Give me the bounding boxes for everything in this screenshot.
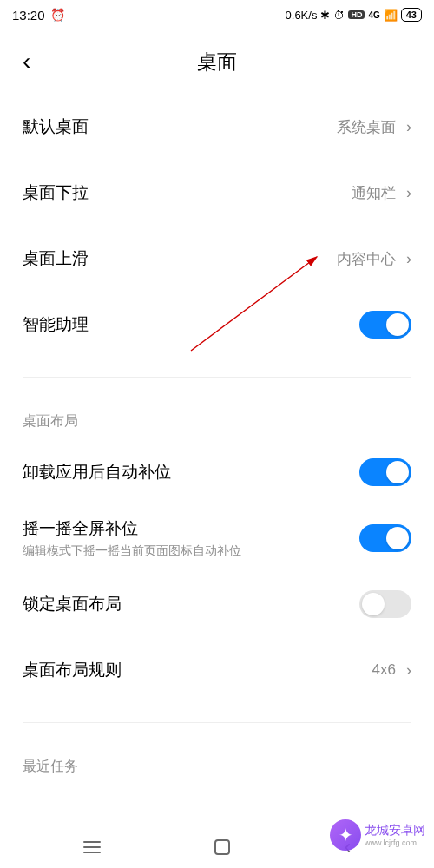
alarm-icon: ⏱ xyxy=(333,9,345,22)
battery-level: 43 xyxy=(401,8,422,22)
header: ‹ 桌面 xyxy=(0,30,434,94)
section-header-recent: 最近任务 xyxy=(23,733,411,785)
chevron-right-icon: › xyxy=(406,661,411,680)
status-bar: 13:20 ⏰ 0.6K/s ✱ ⏱ HD 4G 📶 43 xyxy=(0,0,434,30)
row-label: 摇一摇全屏补位 xyxy=(23,517,241,540)
page-title: 桌面 xyxy=(197,49,237,76)
row-label: 智能助理 xyxy=(23,313,89,336)
chevron-right-icon: › xyxy=(406,250,411,268)
divider xyxy=(23,377,411,378)
bluetooth-icon: ✱ xyxy=(320,9,330,22)
row-label: 卸载应用后自动补位 xyxy=(23,461,171,483)
row-sublabel: 编辑模式下摇一摇当前页面图标自动补位 xyxy=(23,543,241,559)
watermark-logo-icon: ✦ xyxy=(330,819,361,851)
signal-icon: 📶 xyxy=(384,9,398,22)
status-netspeed: 0.6K/s xyxy=(286,9,318,22)
section-header-layout: 桌面布局 xyxy=(23,388,411,439)
chevron-right-icon: › xyxy=(406,184,411,202)
row-assistant: 智能助理 xyxy=(23,292,411,358)
row-grid[interactable]: 桌面布局规则 4x6 › xyxy=(23,637,411,703)
row-label: 桌面布局规则 xyxy=(23,659,122,681)
watermark: ✦ 龙城安卓网 www.lcjrfg.com xyxy=(330,819,425,851)
row-value: 通知栏 xyxy=(352,183,396,203)
row-shake: 摇一摇全屏补位 编辑模式下摇一摇当前页面图标自动补位 xyxy=(23,505,411,571)
chevron-right-icon: › xyxy=(406,118,411,136)
toggle-autofill[interactable] xyxy=(359,458,411,486)
watermark-sub: www.lcjrfg.com xyxy=(365,838,425,847)
nav-home-button[interactable] xyxy=(214,839,230,855)
watermark-main: 龙城安卓网 xyxy=(365,823,425,838)
row-label: 桌面上滑 xyxy=(23,247,89,270)
row-label: 桌面下拉 xyxy=(23,181,89,204)
back-button[interactable]: ‹ xyxy=(23,48,30,76)
row-label: 锁定桌面布局 xyxy=(23,593,122,615)
row-default-home[interactable]: 默认桌面 系统桌面 › xyxy=(23,94,411,160)
status-time: 13:20 xyxy=(12,8,45,23)
row-value: 4x6 xyxy=(372,661,396,679)
alarm-icon: ⏰ xyxy=(50,8,65,22)
row-value: 内容中心 xyxy=(337,249,396,269)
toggle-shake[interactable] xyxy=(359,524,411,552)
row-swipeup[interactable]: 桌面上滑 内容中心 › xyxy=(23,226,411,292)
toggle-lock[interactable] xyxy=(359,590,411,618)
divider xyxy=(23,722,411,723)
row-value: 系统桌面 xyxy=(337,117,396,137)
toggle-assistant[interactable] xyxy=(359,311,411,339)
row-pulldown[interactable]: 桌面下拉 通知栏 › xyxy=(23,160,411,226)
row-label: 默认桌面 xyxy=(23,115,89,138)
signal-type: 4G xyxy=(368,10,379,20)
row-lock: 锁定桌面布局 xyxy=(23,571,411,637)
row-autofill: 卸载应用后自动补位 xyxy=(23,439,411,505)
nav-menu-button[interactable] xyxy=(83,841,101,853)
hd-badge: HD xyxy=(348,10,365,19)
